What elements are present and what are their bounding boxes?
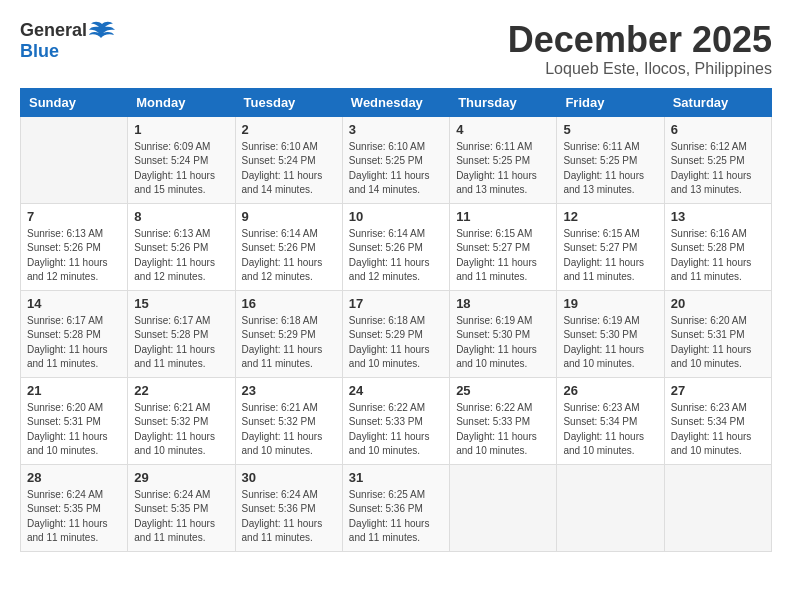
day-info: Sunrise: 6:17 AMSunset: 5:28 PMDaylight:… xyxy=(134,314,228,372)
day-number: 10 xyxy=(349,209,443,224)
logo-bird-icon xyxy=(89,21,115,41)
calendar-cell: 9Sunrise: 6:14 AMSunset: 5:26 PMDaylight… xyxy=(235,203,342,290)
weekday-header-thursday: Thursday xyxy=(450,88,557,116)
day-number: 1 xyxy=(134,122,228,137)
calendar-cell: 21Sunrise: 6:20 AMSunset: 5:31 PMDayligh… xyxy=(21,377,128,464)
calendar-cell: 20Sunrise: 6:20 AMSunset: 5:31 PMDayligh… xyxy=(664,290,771,377)
logo: General Blue xyxy=(20,20,115,62)
calendar-cell: 29Sunrise: 6:24 AMSunset: 5:35 PMDayligh… xyxy=(128,464,235,551)
day-info: Sunrise: 6:24 AMSunset: 5:35 PMDaylight:… xyxy=(27,488,121,546)
day-number: 4 xyxy=(456,122,550,137)
day-info: Sunrise: 6:18 AMSunset: 5:29 PMDaylight:… xyxy=(349,314,443,372)
day-info: Sunrise: 6:10 AMSunset: 5:25 PMDaylight:… xyxy=(349,140,443,198)
day-number: 2 xyxy=(242,122,336,137)
calendar-cell: 16Sunrise: 6:18 AMSunset: 5:29 PMDayligh… xyxy=(235,290,342,377)
day-number: 22 xyxy=(134,383,228,398)
day-number: 28 xyxy=(27,470,121,485)
calendar-cell: 10Sunrise: 6:14 AMSunset: 5:26 PMDayligh… xyxy=(342,203,449,290)
day-number: 31 xyxy=(349,470,443,485)
day-info: Sunrise: 6:24 AMSunset: 5:35 PMDaylight:… xyxy=(134,488,228,546)
day-number: 9 xyxy=(242,209,336,224)
calendar-cell: 23Sunrise: 6:21 AMSunset: 5:32 PMDayligh… xyxy=(235,377,342,464)
calendar-cell: 27Sunrise: 6:23 AMSunset: 5:34 PMDayligh… xyxy=(664,377,771,464)
day-info: Sunrise: 6:23 AMSunset: 5:34 PMDaylight:… xyxy=(563,401,657,459)
calendar-table: SundayMondayTuesdayWednesdayThursdayFrid… xyxy=(20,88,772,552)
day-info: Sunrise: 6:15 AMSunset: 5:27 PMDaylight:… xyxy=(563,227,657,285)
day-info: Sunrise: 6:21 AMSunset: 5:32 PMDaylight:… xyxy=(134,401,228,459)
location-title: Loqueb Este, Ilocos, Philippines xyxy=(508,60,772,78)
day-number: 13 xyxy=(671,209,765,224)
weekday-header-tuesday: Tuesday xyxy=(235,88,342,116)
day-info: Sunrise: 6:14 AMSunset: 5:26 PMDaylight:… xyxy=(242,227,336,285)
title-area: December 2025 Loqueb Este, Ilocos, Phili… xyxy=(508,20,772,78)
weekday-header-monday: Monday xyxy=(128,88,235,116)
day-info: Sunrise: 6:09 AMSunset: 5:24 PMDaylight:… xyxy=(134,140,228,198)
weekday-header-saturday: Saturday xyxy=(664,88,771,116)
day-number: 7 xyxy=(27,209,121,224)
day-number: 19 xyxy=(563,296,657,311)
day-number: 18 xyxy=(456,296,550,311)
calendar-cell xyxy=(21,116,128,203)
calendar-cell: 19Sunrise: 6:19 AMSunset: 5:30 PMDayligh… xyxy=(557,290,664,377)
day-info: Sunrise: 6:13 AMSunset: 5:26 PMDaylight:… xyxy=(27,227,121,285)
logo-general-text: General xyxy=(20,20,87,41)
day-info: Sunrise: 6:22 AMSunset: 5:33 PMDaylight:… xyxy=(456,401,550,459)
day-info: Sunrise: 6:12 AMSunset: 5:25 PMDaylight:… xyxy=(671,140,765,198)
day-number: 14 xyxy=(27,296,121,311)
weekday-header-friday: Friday xyxy=(557,88,664,116)
day-info: Sunrise: 6:20 AMSunset: 5:31 PMDaylight:… xyxy=(671,314,765,372)
day-number: 29 xyxy=(134,470,228,485)
day-number: 16 xyxy=(242,296,336,311)
day-number: 11 xyxy=(456,209,550,224)
day-number: 20 xyxy=(671,296,765,311)
month-title: December 2025 xyxy=(508,20,772,60)
calendar-cell: 11Sunrise: 6:15 AMSunset: 5:27 PMDayligh… xyxy=(450,203,557,290)
logo-blue-text: Blue xyxy=(20,41,59,62)
weekday-header-wednesday: Wednesday xyxy=(342,88,449,116)
calendar-cell: 3Sunrise: 6:10 AMSunset: 5:25 PMDaylight… xyxy=(342,116,449,203)
day-info: Sunrise: 6:23 AMSunset: 5:34 PMDaylight:… xyxy=(671,401,765,459)
day-info: Sunrise: 6:13 AMSunset: 5:26 PMDaylight:… xyxy=(134,227,228,285)
calendar-week-4: 21Sunrise: 6:20 AMSunset: 5:31 PMDayligh… xyxy=(21,377,772,464)
page-header: General Blue December 2025 Loqueb Este, … xyxy=(20,20,772,78)
day-number: 30 xyxy=(242,470,336,485)
day-number: 6 xyxy=(671,122,765,137)
calendar-cell: 25Sunrise: 6:22 AMSunset: 5:33 PMDayligh… xyxy=(450,377,557,464)
calendar-cell: 1Sunrise: 6:09 AMSunset: 5:24 PMDaylight… xyxy=(128,116,235,203)
calendar-cell: 24Sunrise: 6:22 AMSunset: 5:33 PMDayligh… xyxy=(342,377,449,464)
day-info: Sunrise: 6:11 AMSunset: 5:25 PMDaylight:… xyxy=(456,140,550,198)
calendar-cell: 18Sunrise: 6:19 AMSunset: 5:30 PMDayligh… xyxy=(450,290,557,377)
day-info: Sunrise: 6:16 AMSunset: 5:28 PMDaylight:… xyxy=(671,227,765,285)
calendar-week-5: 28Sunrise: 6:24 AMSunset: 5:35 PMDayligh… xyxy=(21,464,772,551)
day-number: 8 xyxy=(134,209,228,224)
calendar-cell: 22Sunrise: 6:21 AMSunset: 5:32 PMDayligh… xyxy=(128,377,235,464)
calendar-cell: 6Sunrise: 6:12 AMSunset: 5:25 PMDaylight… xyxy=(664,116,771,203)
calendar-cell: 26Sunrise: 6:23 AMSunset: 5:34 PMDayligh… xyxy=(557,377,664,464)
day-info: Sunrise: 6:14 AMSunset: 5:26 PMDaylight:… xyxy=(349,227,443,285)
day-number: 21 xyxy=(27,383,121,398)
day-info: Sunrise: 6:17 AMSunset: 5:28 PMDaylight:… xyxy=(27,314,121,372)
calendar-cell: 2Sunrise: 6:10 AMSunset: 5:24 PMDaylight… xyxy=(235,116,342,203)
day-info: Sunrise: 6:18 AMSunset: 5:29 PMDaylight:… xyxy=(242,314,336,372)
day-number: 24 xyxy=(349,383,443,398)
calendar-cell xyxy=(664,464,771,551)
day-number: 3 xyxy=(349,122,443,137)
calendar-cell: 12Sunrise: 6:15 AMSunset: 5:27 PMDayligh… xyxy=(557,203,664,290)
calendar-cell: 5Sunrise: 6:11 AMSunset: 5:25 PMDaylight… xyxy=(557,116,664,203)
calendar-cell: 31Sunrise: 6:25 AMSunset: 5:36 PMDayligh… xyxy=(342,464,449,551)
day-number: 25 xyxy=(456,383,550,398)
calendar-cell: 7Sunrise: 6:13 AMSunset: 5:26 PMDaylight… xyxy=(21,203,128,290)
calendar-cell: 13Sunrise: 6:16 AMSunset: 5:28 PMDayligh… xyxy=(664,203,771,290)
day-info: Sunrise: 6:21 AMSunset: 5:32 PMDaylight:… xyxy=(242,401,336,459)
day-info: Sunrise: 6:11 AMSunset: 5:25 PMDaylight:… xyxy=(563,140,657,198)
day-number: 12 xyxy=(563,209,657,224)
calendar-cell xyxy=(557,464,664,551)
day-number: 27 xyxy=(671,383,765,398)
day-info: Sunrise: 6:19 AMSunset: 5:30 PMDaylight:… xyxy=(456,314,550,372)
day-info: Sunrise: 6:25 AMSunset: 5:36 PMDaylight:… xyxy=(349,488,443,546)
calendar-week-3: 14Sunrise: 6:17 AMSunset: 5:28 PMDayligh… xyxy=(21,290,772,377)
calendar-cell: 15Sunrise: 6:17 AMSunset: 5:28 PMDayligh… xyxy=(128,290,235,377)
day-info: Sunrise: 6:22 AMSunset: 5:33 PMDaylight:… xyxy=(349,401,443,459)
day-info: Sunrise: 6:15 AMSunset: 5:27 PMDaylight:… xyxy=(456,227,550,285)
weekday-header-sunday: Sunday xyxy=(21,88,128,116)
